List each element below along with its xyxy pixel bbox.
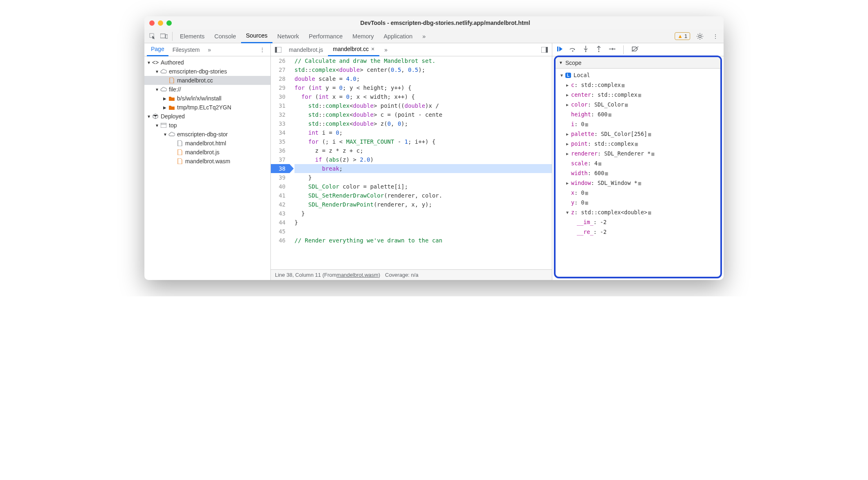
navtab-page[interactable]: Page (147, 43, 168, 56)
tab-console[interactable]: Console (209, 29, 241, 43)
issues-badge[interactable]: ▲ 1 (675, 32, 690, 40)
memory-icon[interactable]: ▦ (625, 102, 628, 108)
memory-icon[interactable]: ▦ (648, 131, 651, 137)
tree-folder-tmp[interactable]: ▶ tmp/tmp.ELcTq2YGN (144, 103, 270, 112)
scope-var-i[interactable]: i: 0▦ (557, 119, 720, 129)
scope-var-z[interactable]: ▼ z: std::complex<double>▦ (557, 207, 720, 217)
close-window-button[interactable] (149, 20, 155, 26)
file-icon (176, 140, 184, 146)
scope-body: ▼ L Local ▶c: std::complex▦▶center: std:… (556, 69, 720, 277)
memory-icon[interactable]: ▦ (622, 82, 624, 88)
filetab-mandelbrot-js[interactable]: mandelbrot.js (284, 43, 328, 56)
memory-icon[interactable]: ▦ (598, 161, 601, 167)
tab-application[interactable]: Application (379, 29, 417, 43)
memory-icon[interactable]: ▦ (585, 200, 588, 206)
svg-rect-1 (160, 34, 165, 38)
main-panel: Page Filesystem » ⋮ ▼ <> Authored ▼ emsc… (144, 43, 724, 280)
svg-rect-2 (166, 35, 168, 38)
coverage-status: Coverage: n/a (385, 272, 418, 278)
brackets-icon: <> (152, 59, 159, 66)
navtab-filesystem[interactable]: Filesystem (168, 43, 204, 56)
scope-var-palette[interactable]: ▶palette: SDL_Color[256]▦ (557, 129, 720, 139)
scope-var-color[interactable]: ▶color: SDL_Color▦ (557, 100, 720, 109)
zoom-window-button[interactable] (166, 20, 172, 26)
tree-file-mandelbrot-cc[interactable]: mandelbrot.cc (144, 76, 270, 85)
scope-local-group[interactable]: ▼ L Local (557, 70, 720, 80)
tree-file-js[interactable]: mandelbrot.js (144, 148, 270, 157)
code-editor[interactable]: 2627282930313233343536373839404142434445… (271, 56, 552, 269)
scope-var-y[interactable]: y: 0▦ (557, 198, 720, 207)
filetab-mandelbrot-cc[interactable]: mandelbrot.cc × (328, 43, 379, 56)
deactivate-breakpoints-icon[interactable] (631, 46, 639, 53)
scope-var-z-im[interactable]: __im_: -2 (557, 217, 720, 227)
tree-file-wasm[interactable]: mandelbrot.wasm (144, 157, 270, 166)
scope-var-center[interactable]: ▶center: std::complex▦ (557, 90, 720, 100)
scope-header[interactable]: ▼ Scope (556, 57, 720, 69)
settings-icon[interactable] (694, 31, 706, 42)
toggle-debugger-icon[interactable] (539, 44, 550, 56)
tab-more[interactable]: » (417, 29, 430, 43)
file-icon (176, 149, 184, 155)
tab-elements[interactable]: Elements (175, 29, 209, 43)
tree-top-frame[interactable]: ▼ top (144, 121, 270, 130)
sourcemap-link[interactable]: mandelbrot.wasm (337, 272, 379, 278)
memory-icon[interactable]: ▦ (635, 141, 638, 147)
cursor-position: Line 38, Column 11 (275, 272, 321, 278)
file-tree: ▼ <> Authored ▼ emscripten-dbg-stories m… (144, 56, 270, 280)
memory-icon[interactable]: ▦ (585, 190, 588, 196)
package-icon (152, 113, 159, 119)
editor-panel: mandelbrot.js mandelbrot.cc × » 26272829… (271, 43, 552, 280)
svg-point-17 (614, 49, 616, 50)
memory-icon[interactable]: ▦ (638, 180, 641, 186)
tree-folder-install[interactable]: ▶ b/s/w/ir/x/w/install (144, 94, 270, 103)
scope-var-point[interactable]: ▶point: std::complex▦ (557, 139, 720, 149)
tree-cloud-deployed[interactable]: ▼ emscripten-dbg-stor (144, 130, 270, 139)
device-toolbar-icon[interactable] (158, 31, 170, 42)
step-icon[interactable] (608, 47, 616, 53)
tab-sources[interactable]: Sources (241, 29, 272, 43)
step-out-icon[interactable] (595, 46, 603, 53)
navtab-more[interactable]: » (204, 43, 215, 56)
scope-var-renderer[interactable]: ▶renderer: SDL_Renderer *▦ (557, 149, 720, 158)
tree-file-protocol[interactable]: ▼ file:// (144, 85, 270, 94)
memory-icon[interactable]: ▦ (585, 122, 588, 127)
tree-cloud-host[interactable]: ▼ emscripten-dbg-stories (144, 67, 270, 76)
memory-icon[interactable]: ▦ (648, 210, 651, 216)
svg-rect-4 (161, 123, 166, 128)
scope-var-c[interactable]: ▶c: std::complex▦ (557, 80, 720, 90)
kebab-menu-icon[interactable]: ⋮ (710, 31, 721, 42)
step-over-icon[interactable] (569, 46, 577, 53)
tree-file-html[interactable]: mandelbrot.html (144, 139, 270, 148)
filetab-more[interactable]: » (379, 43, 392, 56)
folder-icon (168, 96, 175, 101)
scope-var-width[interactable]: width: 600▦ (557, 168, 720, 178)
tab-performance[interactable]: Performance (304, 29, 348, 43)
navtab-kebab-icon[interactable]: ⋮ (257, 44, 268, 56)
code-content[interactable]: // Calculate and draw the Mandelbrot set… (290, 56, 552, 269)
svg-point-3 (699, 35, 701, 38)
navigator-sidebar: Page Filesystem » ⋮ ▼ <> Authored ▼ emsc… (144, 43, 271, 280)
scope-var-window[interactable]: ▶window: SDL_Window *▦ (557, 178, 720, 188)
scope-var-z-re[interactable]: __re_: -2 (557, 227, 720, 237)
editor-statusbar: Line 38, Column 11 (From mandelbrot.wasm… (271, 269, 552, 280)
memory-icon[interactable]: ▦ (651, 151, 654, 157)
tree-authored[interactable]: ▼ <> Authored (144, 58, 270, 67)
scope-var-height[interactable]: height: 600▦ (557, 109, 720, 119)
line-gutter[interactable]: 2627282930313233343536373839404142434445… (271, 56, 290, 269)
resume-icon[interactable] (556, 46, 564, 53)
tab-network[interactable]: Network (272, 29, 304, 43)
toggle-navigator-icon[interactable] (272, 44, 284, 56)
tree-deployed[interactable]: ▼ Deployed (144, 112, 270, 121)
inspect-element-icon[interactable] (147, 31, 158, 42)
step-into-icon[interactable] (582, 46, 590, 53)
scope-var-x[interactable]: x: 0▦ (557, 188, 720, 198)
svg-rect-10 (557, 47, 558, 51)
scope-var-scale[interactable]: scale: 4▦ (557, 158, 720, 168)
memory-icon[interactable]: ▦ (605, 171, 608, 176)
minimize-window-button[interactable] (158, 20, 163, 26)
tab-memory[interactable]: Memory (348, 29, 379, 43)
close-tab-icon[interactable]: × (371, 46, 374, 52)
titlebar: DevTools - emscripten-dbg-stories.netlif… (144, 16, 724, 29)
memory-icon[interactable]: ▦ (608, 112, 611, 118)
memory-icon[interactable]: ▦ (638, 92, 641, 98)
